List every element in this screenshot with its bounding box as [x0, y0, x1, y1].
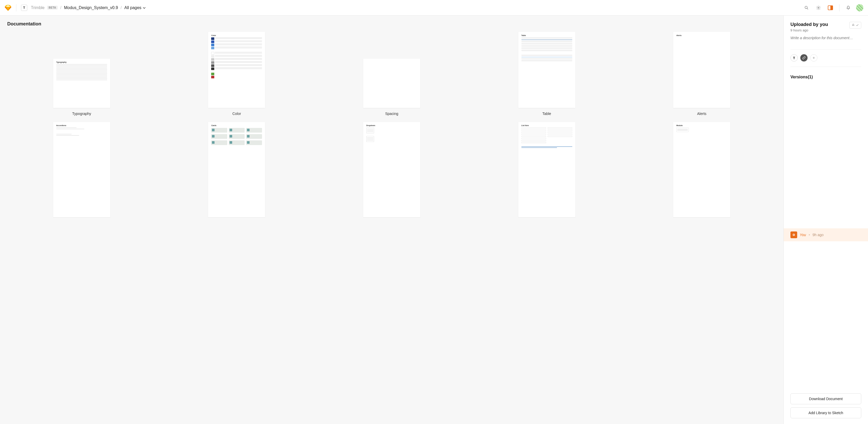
user-avatar[interactable]: [856, 4, 863, 11]
artboard-alerts[interactable]: Alerts Alerts: [627, 32, 776, 116]
svg-point-2: [818, 7, 819, 8]
beta-badge: BETA: [47, 6, 58, 9]
artboard-label: Table: [542, 112, 551, 116]
version-item-current[interactable]: You • 9h ago: [784, 229, 868, 241]
artboard-typography[interactable]: Typography Typography: [7, 59, 156, 116]
add-library-button[interactable]: Add Library to Sketch: [790, 407, 861, 418]
artboard-table[interactable]: Table Table: [472, 32, 621, 116]
header-separator: [16, 4, 17, 11]
settings-gear-icon[interactable]: [814, 4, 823, 12]
page-title: Documentation: [7, 21, 776, 27]
artboard-label: Color: [232, 112, 241, 116]
bell-icon: [851, 24, 855, 27]
share-link-button[interactable]: [800, 54, 808, 61]
versions-heading: Versions(1): [790, 75, 861, 80]
artboard-accordions[interactable]: Accordions: [7, 122, 156, 217]
artboard-label: Spacing: [385, 112, 399, 116]
svg-point-0: [805, 6, 807, 8]
app-header: T Trimble BETA / Modus_Design_System_v0.…: [0, 0, 868, 16]
inspector-sidebar: Uploaded by you 9 hours ago T: [783, 16, 868, 424]
plus-icon: [812, 56, 815, 60]
breadcrumb-document[interactable]: Modus_Design_System_v0.9: [64, 5, 118, 10]
sketch-logo-icon[interactable]: [5, 5, 11, 11]
artboard-dropdown[interactable]: Dropdown: [317, 122, 466, 217]
artboard-cards[interactable]: Cards: [162, 122, 311, 217]
breadcrumb: Trimble BETA / Modus_Design_System_v0.9 …: [31, 5, 146, 10]
version-author: You: [800, 233, 806, 237]
artboard-label: Typography: [72, 112, 91, 116]
upload-timestamp: 9 hours ago: [790, 28, 828, 32]
page-selector-dropdown[interactable]: All pages: [124, 5, 146, 10]
panel-toggle-button[interactable]: [826, 4, 835, 12]
workspace-badge[interactable]: T: [21, 5, 27, 11]
search-icon[interactable]: [802, 4, 811, 12]
uploaded-by-heading: Uploaded by you: [790, 22, 828, 27]
version-indicator-icon: [790, 232, 797, 238]
chevron-down-icon: [143, 6, 146, 9]
artboard-list-item[interactable]: List Item: [472, 122, 621, 217]
svg-line-1: [807, 8, 808, 9]
add-share-button[interactable]: [810, 54, 817, 61]
version-time: 9h ago: [812, 233, 824, 237]
follow-button[interactable]: [849, 22, 861, 29]
check-icon: [856, 24, 859, 27]
canvas-overview: Documentation Typography Typography Colo…: [0, 16, 783, 424]
artboard-color[interactable]: Color: [162, 32, 311, 116]
notifications-bell-icon[interactable]: [844, 4, 852, 12]
artboard-label: Alerts: [697, 112, 706, 116]
breadcrumb-workspace[interactable]: Trimble: [31, 5, 44, 10]
artboard-spacing[interactable]: Spacing: [317, 59, 466, 116]
workspace-pill[interactable]: T: [790, 54, 798, 61]
link-icon: [802, 56, 806, 60]
artboard-module[interactable]: Module: [627, 122, 776, 217]
download-document-button[interactable]: Download Document: [790, 393, 861, 404]
description-input[interactable]: [790, 36, 861, 40]
